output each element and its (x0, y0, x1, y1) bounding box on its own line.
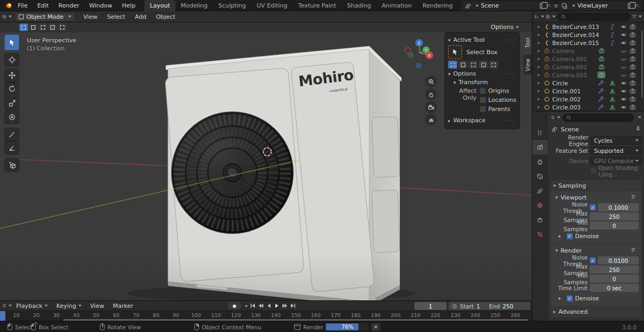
grip-icon[interactable]: ···· (505, 37, 516, 43)
transform-header[interactable]: ▾ Transform (448, 79, 516, 86)
tab-tool[interactable]: Tool (523, 33, 532, 53)
hide-in-viewport-toggle[interactable] (620, 40, 627, 46)
outliner-row[interactable]: ▸ BezierCurve.015 (532, 39, 644, 47)
camera-data-icon[interactable] (597, 47, 605, 54)
modifier-wrench-icon[interactable] (597, 87, 605, 94)
hide-in-viewport-toggle[interactable] (620, 32, 627, 38)
hide-in-viewport-toggle[interactable] (620, 88, 627, 94)
playhead[interactable] (0, 311, 5, 321)
disable-in-render-toggle[interactable] (630, 80, 636, 86)
object-name[interactable]: Circle.001 (552, 88, 581, 94)
move-tool-button[interactable] (4, 69, 19, 82)
tab-texture-properties[interactable] (532, 227, 547, 241)
mesh-data-icon[interactable] (608, 79, 616, 86)
workspace-tab[interactable]: Texture Paint (293, 0, 342, 11)
toggle-perspective-button[interactable] (425, 114, 437, 126)
disable-in-render-toggle[interactable] (630, 104, 636, 110)
camera-data-icon[interactable] (597, 55, 605, 62)
hidden-in-viewport-toggle[interactable] (620, 48, 627, 54)
modifier-wrench-icon[interactable] (597, 95, 605, 102)
outliner-row[interactable]: ▸ BezierCurve.014 (532, 31, 644, 39)
hide-in-viewport-toggle[interactable] (620, 24, 627, 30)
tab-scene-properties[interactable] (532, 183, 547, 198)
expand-arrow-icon[interactable]: ▸ (538, 105, 543, 109)
outliner-display-mode-icon[interactable] (546, 12, 555, 21)
workspace-tab[interactable]: Modeling (175, 0, 213, 11)
outliner-search-input[interactable] (568, 14, 606, 20)
hidden-in-viewport-toggle[interactable] (620, 64, 627, 70)
cancel-render-button[interactable]: ✕ (371, 323, 380, 331)
select-box-tool-button[interactable] (4, 34, 19, 50)
locations-checkbox[interactable] (480, 97, 486, 103)
outliner-row[interactable]: ▸ Circle (532, 79, 644, 87)
select-intersect-mode-button[interactable] (489, 61, 498, 69)
render-engine-dropdown[interactable]: Cycles (590, 136, 642, 145)
viewport-max-samples-field[interactable]: 250 (590, 212, 639, 220)
expand-arrow-icon[interactable]: ▸ (538, 64, 543, 69)
viewport-noise-checkbox[interactable]: ✓ (590, 204, 596, 210)
object-name[interactable]: BezierCurve.013 (552, 24, 599, 30)
curve-data-icon[interactable] (608, 39, 616, 46)
editor-type-timeline-icon[interactable] (2, 301, 12, 311)
tab-world-properties[interactable] (532, 198, 547, 212)
object-name[interactable]: BezierCurve.014 (552, 32, 599, 38)
viewport-min-samples-field[interactable]: 0 (590, 222, 639, 230)
play-button[interactable] (273, 302, 281, 309)
disable-in-render-toggle[interactable] (630, 48, 636, 54)
modifier-wrench-icon[interactable] (597, 104, 605, 110)
disable-in-render-toggle[interactable] (630, 64, 636, 70)
options-header[interactable]: ▾ Options ···· (448, 70, 516, 77)
menu-item[interactable]: Select (102, 11, 130, 23)
menu-item[interactable]: View (78, 11, 102, 23)
outliner-row[interactable]: ▸ Camera.002 (532, 63, 644, 71)
menu-item[interactable]: Object (151, 11, 180, 23)
hide-in-viewport-toggle[interactable] (620, 104, 627, 110)
chevron-down-icon[interactable] (245, 305, 248, 307)
object-name[interactable]: Camera.002 (552, 64, 587, 70)
play-reverse-button[interactable] (265, 302, 273, 309)
sampling-panel-header[interactable]: ▾ Sampling ···· (551, 181, 641, 190)
filter-icon[interactable] (632, 12, 642, 21)
annotate-tool-button[interactable] (4, 128, 19, 141)
scene-selector[interactable]: Scene ✕ (462, 1, 554, 10)
mode-dropdown[interactable]: Object Mode (15, 12, 75, 21)
outliner-search[interactable] (557, 13, 631, 21)
jump-to-start-button[interactable] (248, 302, 257, 309)
new-viewlayer-icon[interactable] (628, 3, 633, 9)
tab-tool-properties[interactable] (532, 126, 547, 140)
render-denoise-row[interactable]: ▸ ✓ Denoise (553, 293, 639, 304)
disable-in-render-toggle[interactable] (630, 96, 636, 102)
menu-item[interactable]: Help (117, 0, 140, 11)
tab-view[interactable]: View (523, 55, 532, 75)
feature-set-dropdown[interactable]: Supported (590, 146, 642, 155)
hide-in-viewport-toggle[interactable] (620, 96, 627, 102)
select-box-tool-icon[interactable] (448, 45, 462, 59)
object-name[interactable]: Circle.003 (552, 104, 581, 110)
menu-item[interactable]: Window (84, 0, 117, 11)
properties-search[interactable] (562, 114, 634, 122)
render-noise-checkbox[interactable]: ✓ (590, 257, 596, 263)
frame-range-fields[interactable]: Start 1 End 250 (449, 302, 530, 310)
menu-item[interactable]: File (13, 0, 32, 11)
subpanel-menu-icon[interactable] (630, 247, 636, 255)
expand-arrow-icon[interactable]: ▸ (538, 48, 543, 53)
subpanel-menu-icon[interactable] (630, 194, 636, 202)
tab-render-properties[interactable] (532, 140, 547, 154)
outliner-row[interactable]: ▸ Camera (532, 47, 644, 55)
object-name[interactable]: Camera (552, 48, 574, 54)
current-frame-field[interactable]: 1 (414, 302, 447, 310)
outliner-row[interactable]: ▸ BezierCurve.013 (532, 23, 644, 31)
cursor-tool-button[interactable] (4, 53, 19, 67)
outliner-row[interactable]: ▸ Camera.003 (532, 71, 644, 79)
pan-view-button[interactable] (425, 88, 437, 100)
measure-tool-button[interactable] (4, 141, 19, 154)
outliner-row[interactable]: ▸ Camera.001 (532, 55, 644, 63)
jump-to-end-button[interactable] (289, 302, 297, 309)
menu-item[interactable]: Keying (52, 300, 86, 312)
auto-keying-record-button[interactable]: ● (228, 302, 241, 309)
disable-in-render-toggle[interactable] (630, 40, 636, 46)
hide-in-viewport-toggle[interactable] (620, 80, 627, 86)
modifier-wrench-icon[interactable] (597, 79, 605, 86)
disable-in-render-toggle[interactable] (630, 24, 636, 30)
curve-data-icon[interactable] (608, 23, 616, 30)
